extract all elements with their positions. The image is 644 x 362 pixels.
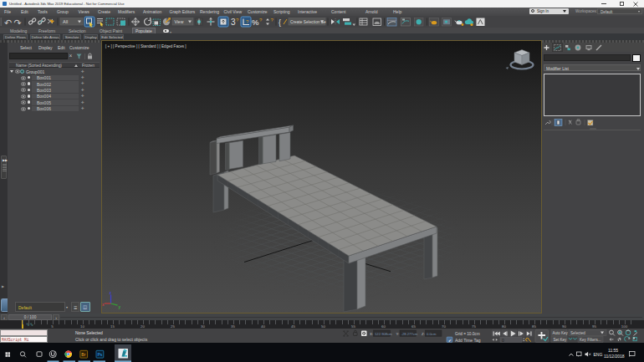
svg-text:%: % — [252, 18, 259, 27]
svg-text:Selected: Selected — [570, 331, 585, 335]
svg-text:Key Filters...: Key Filters... — [580, 338, 601, 342]
svg-text:↶: ↶ — [4, 18, 12, 28]
svg-text:0: 0 — [502, 338, 504, 343]
svg-text:✔: ✔ — [448, 339, 452, 343]
svg-text:X:: X: — [370, 332, 373, 336]
svg-text:Y:: Y: — [396, 332, 400, 336]
svg-text:Set Key: Set Key — [554, 338, 568, 342]
svg-text:11/12/2018: 11/12/2018 — [604, 354, 625, 359]
svg-text:{: { — [279, 18, 281, 27]
svg-text:11:55: 11:55 — [608, 348, 618, 353]
svg-text:View: View — [175, 19, 184, 24]
svg-text:Z:: Z: — [422, 332, 425, 336]
svg-text:All: All — [63, 19, 68, 24]
svg-text:Ps: Ps — [98, 352, 103, 357]
svg-text:Br: Br — [81, 352, 85, 357]
svg-text:122.908cm: 122.908cm — [375, 332, 392, 336]
svg-text:ENG: ENG — [594, 352, 603, 357]
svg-text:Add Time Tag: Add Time Tag — [455, 338, 481, 343]
svg-text:Auto Key: Auto Key — [553, 331, 569, 335]
svg-text:Grid = 10.0cm: Grid = 10.0cm — [455, 332, 480, 336]
svg-text:-28.277cm: -28.277cm — [401, 332, 418, 336]
svg-text:↷: ↷ — [14, 18, 22, 28]
svg-text:0.0cm: 0.0cm — [427, 332, 437, 336]
